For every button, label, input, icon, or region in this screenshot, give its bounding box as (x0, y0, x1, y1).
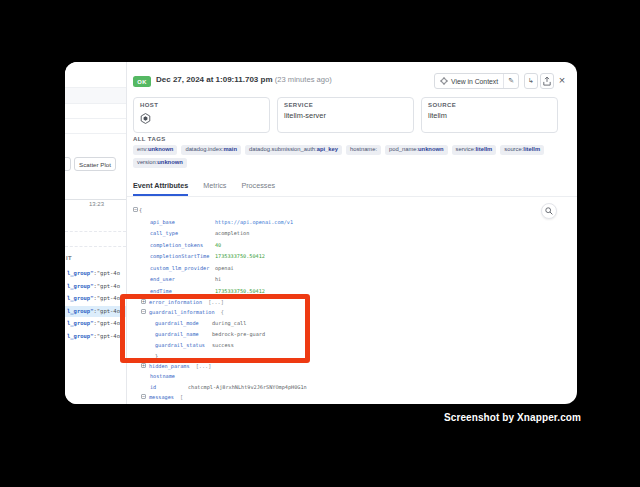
log-list-item[interactable]: l_group":"gpt-4o (65, 293, 126, 304)
chart-gridline (65, 231, 126, 232)
log-list-column-header: IT (66, 255, 72, 261)
chart-axis-tick: 13:23 (89, 201, 104, 207)
json-key: completion_tokens (150, 240, 203, 250)
log-json-value-fragment: :"gpt-4o (94, 308, 121, 314)
log-json-value-fragment: :"gpt-4o (94, 270, 121, 276)
divider (65, 133, 126, 134)
json-row: call_typeacompletion (133, 228, 571, 238)
collapse-icon[interactable]: − (141, 394, 146, 399)
json-row: idchatcmpl-Aj8rxhNLht9v2J6rSNYOmp4pH0G1n (133, 382, 571, 392)
json-row: api_basehttps://api.openai.com/v1 (133, 217, 571, 227)
json-key: messages [ (149, 392, 183, 402)
json-key: api_base (150, 217, 175, 227)
log-list-item[interactable]: l_group":"gpt-4o (65, 268, 126, 279)
json-row: hostname (133, 371, 571, 381)
json-row: −{ (133, 205, 571, 215)
log-json-value-fragment: :"gpt-4o (94, 320, 121, 326)
json-value: 40 (215, 240, 221, 250)
json-row: end_userhi (133, 274, 571, 284)
json-value: 1735333750.50412 (215, 251, 265, 261)
json-value: chatcmpl-Aj8rxhNLht9v2J6rSNYOmp4pH0G1n (188, 382, 307, 392)
log-list-item[interactable]: l_group":"gpt-4o (65, 281, 126, 292)
chart-gridline (65, 246, 126, 247)
json-key: call_type (150, 228, 178, 238)
log-list-item[interactable]: l_group":"gpt-4o (65, 306, 126, 317)
json-value: hi (215, 274, 221, 284)
json-row: −messages [ (133, 392, 571, 402)
chart-x-axis (65, 199, 126, 200)
log-json-key-fragment: l_group" (67, 283, 94, 289)
json-key: custom_llm_provider (150, 263, 209, 273)
json-row: completionStartTime1735333750.50412 (133, 251, 571, 261)
json-brace: { (139, 205, 142, 215)
background-page-panel: Scatter Plot 13:23 IT l_group":"gpt-4ol_… (65, 62, 127, 404)
json-suffix: [...] (193, 363, 212, 369)
xnapper-watermark: Screenshot by Xnapper.com (444, 412, 581, 423)
json-key: completionStartTime (150, 251, 209, 261)
expand-icon[interactable]: + (141, 363, 146, 368)
json-key: hostname (150, 371, 175, 381)
log-json-value-fragment: :"gpt-4o (94, 333, 121, 339)
log-json-key-fragment: l_group" (67, 295, 94, 301)
json-key: end_user (150, 274, 175, 284)
log-json-key-fragment: l_group" (67, 270, 94, 276)
log-json-key-fragment: l_group" (67, 308, 94, 314)
json-value: openai (215, 263, 234, 273)
timeseries-button-fragment[interactable] (65, 157, 71, 171)
scatter-plot-button[interactable]: Scatter Plot (74, 157, 116, 171)
log-json-key-fragment: l_group" (67, 320, 94, 326)
log-json-value-fragment: :"gpt-4o (94, 283, 121, 289)
collapse-icon[interactable]: − (133, 207, 138, 212)
json-suffix: [ (177, 394, 183, 400)
json-row: completion_tokens40 (133, 240, 571, 250)
json-key: id (150, 382, 156, 392)
json-value: acompletion (215, 228, 249, 238)
log-list-item[interactable]: l_group":"gpt-4o (65, 331, 126, 342)
json-value: https://api.openai.com/v1 (215, 217, 293, 227)
annotation-red-box (120, 294, 310, 363)
divider (65, 118, 126, 119)
screenshot-background: Scatter Plot 13:23 IT l_group":"gpt-4ol_… (0, 0, 640, 487)
log-list-item[interactable]: l_group":"gpt-4o (65, 318, 126, 329)
log-json-value-fragment: :"gpt-4o (94, 295, 121, 301)
json-row: custom_llm_provideropenai (133, 263, 571, 273)
log-json-key-fragment: l_group" (67, 333, 94, 339)
background-toolbar-block (65, 87, 126, 104)
